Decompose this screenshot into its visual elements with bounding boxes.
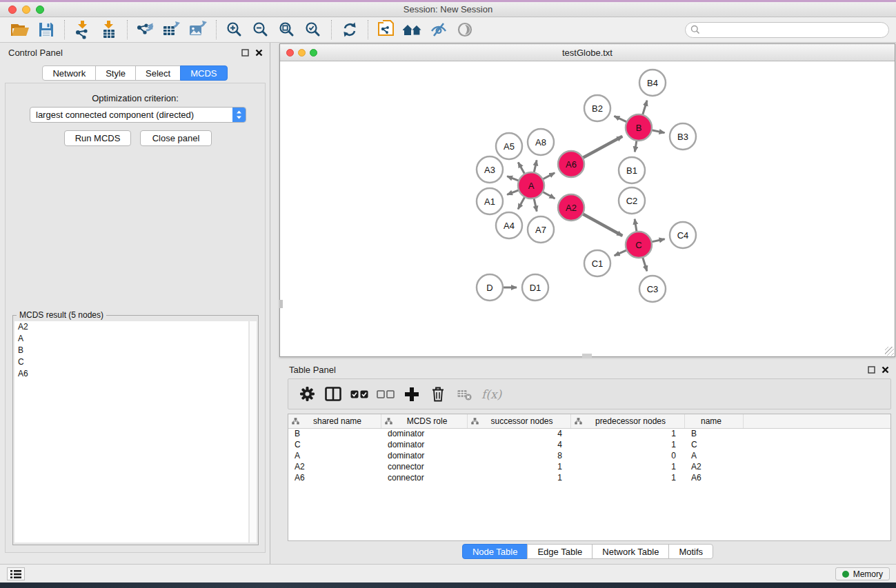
refresh-icon[interactable] (339, 20, 360, 39)
graph-node-B2[interactable]: B2 (584, 95, 610, 121)
table-cell[interactable]: 1 (571, 440, 685, 451)
home-icon[interactable] (402, 20, 423, 39)
mcds-result-item[interactable]: A6 (14, 368, 248, 380)
network-graph[interactable]: B4B2BB3A8A5A6A3B1AC2A1A2A4A7C4CC1DD1C3 (280, 61, 895, 356)
table-cell[interactable]: dominator (381, 440, 468, 451)
graph-node-A5[interactable]: A5 (496, 133, 522, 159)
table-cell[interactable]: B (685, 429, 744, 440)
float-panel-icon[interactable] (241, 49, 249, 57)
column-header-name[interactable]: name (685, 414, 744, 428)
edge-B-B4[interactable] (642, 101, 647, 116)
table-cell[interactable]: A (685, 451, 744, 462)
split-view-icon[interactable] (323, 384, 344, 405)
table-cell[interactable]: A6 (685, 473, 744, 484)
mcds-result-item[interactable]: B (14, 345, 248, 356)
edge-C-C4[interactable] (651, 239, 665, 242)
edge-B-B2[interactable] (614, 116, 627, 122)
network-canvas[interactable]: B4B2BB3A8A5A6A3B1AC2A1A2A4A7C4CC1DD1C3 (280, 61, 895, 356)
column-header-MCDS-role[interactable]: MCDS role (381, 414, 468, 428)
search-field[interactable] (685, 22, 889, 38)
edge-A-A4[interactable] (518, 196, 525, 210)
table-row[interactable]: A2connector11A2 (288, 462, 890, 473)
mcds-result-item[interactable]: C (14, 356, 248, 368)
table-tab-edge-table[interactable]: Edge Table (527, 544, 593, 559)
table-tab-node-table[interactable]: Node Table (462, 544, 528, 559)
zoom-out-icon[interactable] (250, 20, 271, 39)
edge-B-B3[interactable] (651, 130, 665, 133)
criterion-dropdown[interactable]: largest connected component (directed) (30, 107, 246, 123)
float-table-panel-icon[interactable] (868, 366, 875, 374)
export-table-icon[interactable] (161, 20, 182, 39)
zoom-in-icon[interactable] (224, 20, 245, 39)
graph-node-A[interactable]: A (518, 172, 544, 199)
edge-A-A1[interactable] (507, 190, 519, 194)
export-network-icon[interactable] (135, 20, 156, 39)
table-cell[interactable]: connector (381, 462, 468, 473)
graph-node-A8[interactable]: A8 (528, 129, 554, 155)
column-header-shared-name[interactable]: shared name (288, 414, 381, 428)
table-cell[interactable]: C (288, 440, 381, 451)
table-tab-motifs[interactable]: Motifs (668, 544, 713, 559)
column-header-predecessor-nodes[interactable]: predecessor nodes (571, 414, 685, 428)
edge-C-C1[interactable] (615, 250, 628, 256)
table-cell[interactable]: A2 (685, 462, 744, 473)
edge-A-A7[interactable] (534, 198, 537, 212)
graph-node-B[interactable]: B (626, 114, 652, 141)
graph-node-A1[interactable]: A1 (477, 188, 503, 214)
table-cell[interactable]: C (685, 440, 744, 451)
edge-C-C2[interactable] (635, 219, 637, 233)
zoom-selected-icon[interactable] (303, 20, 323, 39)
edge-B-B1[interactable] (635, 140, 637, 152)
deselect-all-columns-icon[interactable] (375, 384, 396, 405)
table-cell[interactable]: 4 (468, 429, 571, 440)
close-table-panel-icon[interactable] (882, 366, 889, 374)
resize-grip[interactable] (885, 347, 894, 356)
graph-node-A4[interactable]: A4 (496, 212, 522, 239)
edge-A-A6[interactable] (542, 173, 555, 180)
import-network-icon[interactable] (72, 20, 93, 39)
table-cell[interactable]: 1 (468, 462, 571, 473)
table-cell[interactable]: 1 (571, 473, 685, 484)
close-panel-button[interactable]: Close panel (140, 130, 212, 146)
task-history-button[interactable] (7, 567, 25, 580)
horizontal-scroll-thumb[interactable] (582, 354, 592, 358)
memory-button[interactable]: Memory (835, 567, 890, 580)
settings-gear-icon[interactable] (297, 384, 317, 405)
edge-A-A3[interactable] (507, 176, 519, 181)
graph-node-C2[interactable]: C2 (619, 187, 645, 214)
graph-node-B4[interactable]: B4 (639, 70, 666, 96)
close-panel-icon[interactable] (255, 49, 263, 57)
graph-node-B1[interactable]: B1 (619, 157, 645, 183)
tab-select[interactable]: Select (135, 65, 181, 81)
graph-node-C[interactable]: C (626, 232, 652, 258)
table-cell[interactable]: 1 (571, 462, 685, 473)
graph-node-B3[interactable]: B3 (670, 123, 696, 150)
table-cell[interactable]: 8 (468, 451, 571, 462)
function-builder-icon[interactable]: f(x) (481, 387, 501, 401)
table-row[interactable]: Bdominator41B (288, 429, 890, 440)
edge-A-A8[interactable] (534, 160, 537, 173)
graph-node-A6[interactable]: A6 (558, 151, 584, 177)
add-column-icon[interactable] (401, 384, 422, 405)
table-cell[interactable]: 4 (468, 440, 571, 451)
table-cell[interactable]: dominator (381, 451, 468, 462)
delete-column-icon[interactable] (428, 384, 448, 405)
table-row[interactable]: Adominator80A (288, 451, 890, 462)
table-cell[interactable]: 0 (571, 451, 685, 462)
import-table-icon[interactable] (99, 20, 119, 39)
mcds-result-item[interactable]: A (14, 333, 248, 345)
column-header-successor-nodes[interactable]: successor nodes (468, 414, 571, 428)
network-from-file-icon[interactable] (376, 20, 397, 39)
table-row[interactable]: Cdominator41C (288, 440, 890, 451)
table-cell[interactable]: B (288, 429, 381, 440)
graph-node-A2[interactable]: A2 (558, 194, 584, 221)
table-cell[interactable]: dominator (381, 429, 468, 440)
table-tab-network-table[interactable]: Network Table (592, 544, 669, 559)
select-all-columns-icon[interactable] (349, 384, 370, 405)
edge-C-C3[interactable] (642, 256, 647, 271)
hide-graphics-details-icon[interactable] (428, 20, 449, 39)
edge-A-A5[interactable] (518, 163, 525, 175)
save-session-icon[interactable] (36, 20, 57, 39)
export-image-icon[interactable] (188, 20, 208, 39)
table-cell[interactable]: A2 (288, 462, 381, 473)
